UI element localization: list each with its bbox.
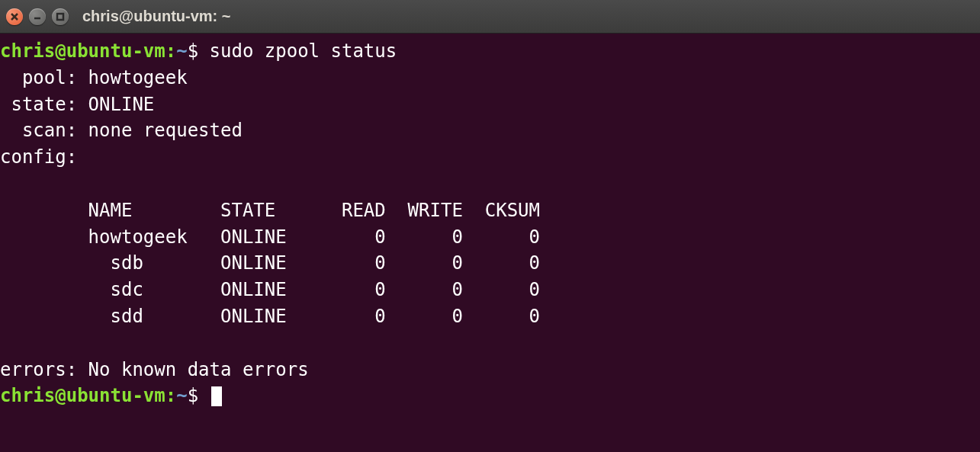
terminal-output[interactable]: chris@ubuntu-vm:~$ sudo zpool status poo… [0, 34, 980, 452]
prompt-sep: : [165, 40, 176, 62]
window-buttons [6, 8, 69, 25]
prompt-sigil: $ [188, 40, 198, 62]
window-title: chris@ubuntu-vm: ~ [82, 8, 231, 25]
prompt-sigil-2: $ [188, 385, 198, 406]
config-label: config: [0, 146, 77, 168]
scan-value: none requested [88, 120, 243, 141]
errors-label: errors: [0, 359, 88, 380]
cursor [211, 386, 222, 406]
window-titlebar: chris@ubuntu-vm: ~ [0, 0, 980, 34]
pool-value: howtogeek [88, 67, 188, 88]
errors-value: No known data errors [88, 359, 309, 380]
svg-rect-0 [57, 14, 63, 20]
maximize-icon[interactable] [52, 8, 69, 25]
prompt-path: ~ [176, 40, 187, 62]
prompt-user: chris@ubuntu-vm [0, 40, 165, 62]
command-text: sudo zpool status [210, 40, 397, 62]
minimize-icon[interactable] [29, 8, 46, 25]
prompt-sep-2: : [165, 385, 176, 406]
state-value: ONLINE [88, 94, 155, 115]
pool-label: pool: [0, 67, 88, 88]
config-table: NAME STATE READ WRITE CKSUM howtogeek ON… [0, 200, 540, 327]
prompt-user-2: chris@ubuntu-vm [0, 385, 165, 406]
prompt-path-2: ~ [176, 385, 187, 406]
scan-label: scan: [0, 120, 88, 141]
state-label: state: [0, 94, 88, 115]
close-icon[interactable] [6, 8, 23, 25]
